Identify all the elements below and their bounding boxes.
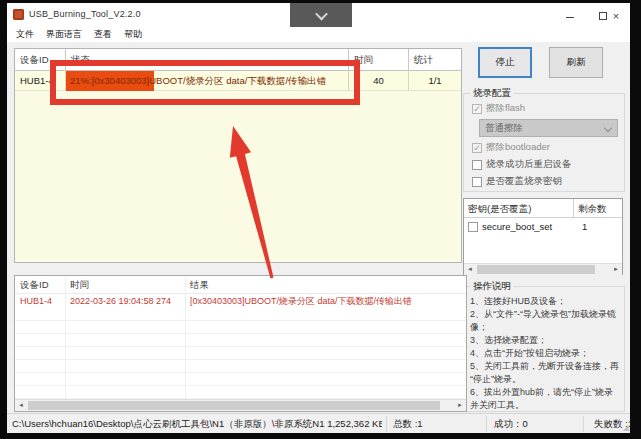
scroll-left-icon[interactable]: ◄: [464, 264, 476, 275]
log-result: [0x30403003]UBOOT/烧录分区 data/下载数据/传输出错: [185, 294, 445, 308]
divider: [583, 416, 584, 432]
checkbox-erase-flash: ✓: [472, 104, 482, 114]
erase-mode-value: 普通擦除: [485, 122, 523, 133]
key-table-header: 密钥(是否覆盖) 剩余数: [464, 199, 622, 218]
menu-file[interactable]: 文件: [11, 25, 39, 44]
menu-language[interactable]: 界面语言: [41, 25, 87, 44]
overwrite-key-label: 是否覆盖烧录密钥: [486, 175, 562, 188]
annotation-rectangle: [50, 60, 360, 105]
instructions-title: 操作说明: [470, 280, 514, 293]
burn-config-title: 烧录配置: [470, 87, 514, 100]
check-icon: ✓: [473, 104, 481, 114]
col-stats[interactable]: 统计: [409, 49, 461, 71]
key-table: 密钥(是否覆盖) 剩余数 secure_boot_set 1 ◄ ►: [463, 198, 623, 275]
stop-button-label: 停止: [496, 56, 515, 69]
stop-button[interactable]: 停止: [478, 47, 532, 78]
window-title: USB_Burning_Tool_V2.2.0: [29, 9, 141, 19]
scrollbar-thumb[interactable]: [28, 401, 440, 410]
erase-bootloader-label: 擦除bootloader: [486, 141, 550, 154]
instruction-line: 6、拔出外置hub前，请先“停止”烧录并关闭工具。: [470, 386, 620, 412]
log-table-header: 设备ID 时间 结果: [15, 276, 466, 294]
instructions-text: 1、连接好HUB及设备； 2、从“文件”-“导入烧录包”加载烧录镜像； 3、选择…: [470, 295, 620, 412]
erase-flash-label: 擦除flash: [486, 102, 525, 115]
reboot-after-label: 烧录成功后重启设备: [486, 158, 572, 171]
scroll-right-icon[interactable]: ►: [454, 400, 466, 411]
app-icon: [13, 9, 24, 20]
app-window: USB_Burning_Tool_V2.2.0 文件 界面语言 查看 帮助 × …: [7, 3, 630, 433]
status-total: 总数 :1: [393, 418, 423, 431]
minimize-button[interactable]: [559, 3, 581, 28]
refresh-button-label: 刷新: [567, 56, 586, 69]
key-row[interactable]: secure_boot_set: [464, 218, 622, 235]
burn-config-group: 烧录配置 ✓ 擦除flash 普通擦除 ✓ 擦除bootloader 烧录成功后…: [463, 93, 625, 192]
column-divider: [65, 276, 66, 399]
log-device-id: HUB1-4: [15, 294, 65, 308]
log-col-time[interactable]: 时间: [65, 276, 185, 293]
erase-mode-dropdown: 普通擦除: [479, 119, 618, 137]
column-divider: [185, 276, 186, 399]
divider: [386, 416, 387, 432]
instruction-line: 2、从“文件”-“导入烧录包”加载烧录镜像；: [470, 308, 620, 334]
empty-log-rows: [15, 308, 466, 399]
chevron-down-icon: [604, 124, 612, 132]
checkbox-overwrite-key[interactable]: [472, 177, 482, 187]
status-success: 成功：0: [494, 418, 528, 431]
minimize-icon: [566, 17, 574, 18]
stats-cell: 1/1: [409, 71, 461, 91]
log-col-result[interactable]: 结果: [185, 276, 450, 293]
resize-grip-icon[interactable]: ◢: [623, 423, 629, 432]
erase-flash-option: ✓ 擦除flash: [472, 102, 525, 115]
status-bar: C:\Users\hchuan16\Desktop\点心云刷机工具包\N1（非原…: [7, 413, 630, 433]
chevron-down-icon: [315, 7, 328, 20]
log-time: 2022-03-26 19:04:58 274: [65, 294, 185, 308]
close-icon: ×: [613, 10, 619, 22]
checkbox-erase-bootloader: ✓: [472, 143, 482, 153]
key-name: secure_boot_set: [482, 221, 552, 232]
reboot-after-option[interactable]: 烧录成功后重启设备: [472, 158, 572, 171]
divider: [486, 416, 487, 432]
instruction-line: 3、选择烧录配置；: [470, 334, 620, 347]
screen-capture-dropdown-button[interactable]: [290, 3, 352, 27]
log-row[interactable]: HUB1-4 2022-03-26 19:04:58 274 [0x304030…: [15, 294, 466, 308]
scroll-left-icon[interactable]: ◄: [15, 400, 27, 411]
key-table-hscrollbar[interactable]: ◄ ►: [464, 263, 622, 275]
instruction-line: 1、连接好HUB及设备；: [470, 295, 620, 308]
log-col-device-id[interactable]: 设备ID: [15, 276, 65, 293]
screenshot-frame: USB_Burning_Tool_V2.2.0 文件 界面语言 查看 帮助 × …: [0, 0, 641, 439]
scrollbar-thumb[interactable]: [477, 265, 595, 274]
instruction-line: 5、关闭工具前，先断开设备连接，再“停止”烧录。: [470, 360, 620, 386]
check-icon: ✓: [473, 143, 481, 153]
checkbox-reboot-after[interactable]: [472, 160, 482, 170]
col-key[interactable]: 密钥(是否覆盖): [464, 199, 574, 217]
close-button[interactable]: ×: [605, 3, 627, 28]
log-table: 设备ID 时间 结果 HUB1-4 2022-03-26 19:04:58 27…: [14, 275, 467, 412]
status-file-path: C:\Users\hchuan16\Desktop\点心云刷机工具包\N1（非原…: [12, 418, 382, 431]
overwrite-key-option[interactable]: 是否覆盖烧录密钥: [472, 175, 562, 188]
scroll-right-icon[interactable]: ►: [610, 264, 622, 275]
instructions-group: 操作说明 1、连接好HUB及设备； 2、从“文件”-“导入烧录包”加载烧录镜像；…: [463, 286, 625, 412]
menu-view[interactable]: 查看: [89, 25, 117, 44]
instruction-line: 4、点击“开始”按钮启动烧录；: [470, 347, 620, 360]
key-remaining-value: 1: [582, 221, 587, 232]
col-remaining[interactable]: 剩余数: [574, 199, 622, 217]
log-hscrollbar[interactable]: ◄ ►: [15, 399, 466, 411]
menu-help[interactable]: 帮助: [119, 25, 147, 44]
menu-bar: 文件 界面语言 查看 帮助: [11, 25, 147, 44]
refresh-button[interactable]: 刷新: [549, 47, 603, 78]
erase-bootloader-option: ✓ 擦除bootloader: [472, 141, 550, 154]
checkbox-secure-boot-set[interactable]: [468, 222, 478, 232]
